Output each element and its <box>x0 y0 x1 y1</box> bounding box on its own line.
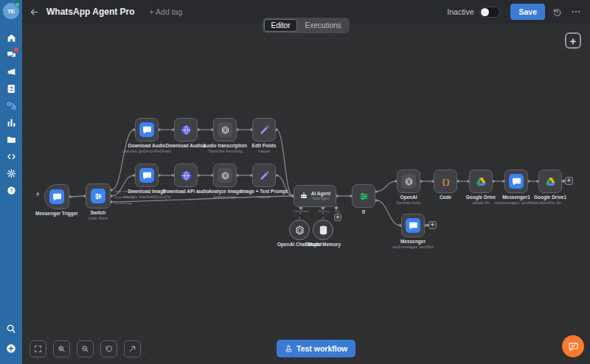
gdrive-icon <box>545 176 556 187</box>
zoom-out-button[interactable] <box>77 340 94 357</box>
sliders-icon <box>91 189 105 203</box>
node-label: Simple Memory <box>305 242 341 248</box>
node-trigger[interactable]: Messenger Trigger <box>44 184 69 209</box>
trigger-lightning-icon <box>35 191 41 197</box>
agent-port-label: Tool <box>334 209 339 213</box>
node-label: Messengersend-messages: sendText <box>392 239 434 250</box>
node-label: Download Audio1 <box>166 143 206 150</box>
robot-icon <box>299 192 308 200</box>
node-messenger[interactable]: Messengersend-messages: sendText <box>401 214 425 237</box>
add-tag-button[interactable]: + Add tag <box>150 7 183 16</box>
node-tool_plus[interactable]: + <box>334 214 341 221</box>
node-subtitle: Transcribe Recording <box>203 150 247 154</box>
node-switch[interactable]: Switchmode: Rulesaudio messageimage mess… <box>86 183 111 209</box>
sidebar-item-help[interactable]: ? <box>0 182 22 199</box>
node-label: Image + Text Promptmanual <box>240 189 288 200</box>
diag-arrow-icon <box>128 345 136 353</box>
test-workflow-button[interactable]: Test workflow <box>277 340 355 357</box>
sidebar-item-announcements[interactable] <box>0 63 22 80</box>
sidebar-item-add[interactable] <box>0 338 22 358</box>
globe-icon <box>181 170 192 181</box>
add-node-button[interactable]: + <box>565 32 581 49</box>
sidebar-item-contacts[interactable] <box>0 80 22 97</box>
node-subtitle: send-messages: sendMedia <box>494 201 538 206</box>
active-toggle[interactable] <box>479 7 500 18</box>
node-ai_agent[interactable]: AI AgentTools AgentChat Model*MemoryTool <box>294 185 336 207</box>
n8n-workflow-editor: TE ? WhatsApp Agent Pro + Add tag Inacti… <box>0 0 590 364</box>
chat2-icon <box>7 50 16 60</box>
node-label: Code <box>440 195 451 201</box>
more-options-button[interactable] <box>569 5 583 18</box>
node-label: Download Audiochat-files: getDeviceFileD… <box>122 143 171 154</box>
openai-icon <box>218 122 232 137</box>
node-analyze[interactable]: Analyze ImageAnalyze Image <box>213 164 237 187</box>
sidebar-item-settings[interactable] <box>0 165 22 182</box>
folder-icon <box>7 135 16 144</box>
zoom-in-icon <box>58 345 66 353</box>
tidy-up-button[interactable] <box>124 340 141 357</box>
node-if[interactable]: If <box>352 184 375 208</box>
sidebar-item-chat[interactable] <box>0 46 22 63</box>
node-label: OpenAIGenerate Audio <box>396 195 420 206</box>
node-label: Download API audio <box>163 189 209 195</box>
sidebar-item-insights[interactable] <box>0 114 22 131</box>
node-label: Messenger1send-messages: sendMedia <box>494 195 538 206</box>
node-transcribe[interactable]: Audio transcriptionTranscribe Recording <box>213 118 237 141</box>
sidebar-item-files[interactable] <box>0 131 22 148</box>
openai-icon <box>401 174 416 189</box>
chat-icon <box>406 218 420 233</box>
node-label: Messenger Trigger <box>35 211 78 217</box>
online-status-dot <box>15 2 20 7</box>
chat-support-button[interactable] <box>562 335 584 357</box>
back-button[interactable] <box>30 7 39 17</box>
node-dl_api_audio[interactable]: Download API audio <box>174 164 198 187</box>
tab-executions[interactable]: Executions <box>299 19 348 32</box>
node-dl_image[interactable]: Download Imagechat-files: downloadDevice… <box>135 164 159 187</box>
node-plus2[interactable]: + <box>428 221 437 229</box>
node-label: Edit Fieldsmanual <box>252 143 277 154</box>
sidebar-item-code[interactable] <box>0 148 22 165</box>
workflow-title: WhatsApp Agent Pro <box>46 7 135 17</box>
canvas-controls <box>30 340 141 357</box>
chat-bubble-icon <box>568 341 579 352</box>
chat-icon <box>139 122 154 137</box>
fit-view-button[interactable] <box>30 340 46 357</box>
braces-icon: {} <box>440 176 451 187</box>
node-gdrive[interactable]: Google Driveupload: file <box>469 169 493 193</box>
chart-icon <box>7 118 16 127</box>
node-edit_fields[interactable]: Edit Fieldsmanual <box>252 118 276 141</box>
agent-port-label: Memory <box>319 209 329 213</box>
node-dl_audio2[interactable]: Download Audio1 <box>174 118 198 141</box>
chat-icon <box>139 168 154 183</box>
contacts-icon <box>7 84 16 94</box>
node-label: Google Driveupload: file <box>466 195 496 206</box>
sidebar-item-workflows[interactable] <box>0 97 22 114</box>
undo-icon <box>105 345 113 353</box>
node-img_text[interactable]: Image + Text Promptmanual <box>252 164 276 187</box>
avatar[interactable]: TE <box>3 3 19 19</box>
flask-icon <box>285 345 293 353</box>
node-plus1[interactable]: + <box>565 177 573 185</box>
status-label: Inactive <box>447 7 473 16</box>
node-code[interactable]: {}Code <box>434 169 457 193</box>
notification-badge <box>14 47 18 52</box>
node-gdrive1[interactable]: Google Drive1deleteFile: file <box>538 169 562 193</box>
sidebar-item-home[interactable] <box>0 29 22 46</box>
reset-zoom-button[interactable] <box>100 340 117 357</box>
node-memory[interactable]: Simple Memory <box>313 220 333 240</box>
node-subtitle: chat-files: downloadDeviceFile <box>123 195 171 200</box>
output-port-label: text message <box>114 201 132 205</box>
history-button[interactable] <box>551 6 563 18</box>
sidebar-item-search[interactable] <box>0 318 22 338</box>
node-chat_model[interactable]: OpenAI Chat Model <box>289 220 310 240</box>
node-label: Switchmode: Rules <box>88 210 108 221</box>
node-dl_audio[interactable]: Download Audiochat-files: getDeviceFileD… <box>135 118 159 141</box>
node-messenger1[interactable]: Messenger1send-messages: sendMedia <box>504 169 528 193</box>
chat-icon <box>49 189 64 204</box>
avatar-initials: TE <box>7 8 15 15</box>
tabbar: Editor Executions <box>22 18 590 33</box>
workflow-icon <box>7 101 16 111</box>
node-openai[interactable]: OpenAIGenerate Audio <box>397 169 420 193</box>
zoom-in-button[interactable] <box>53 340 70 357</box>
tab-editor[interactable]: Editor <box>264 19 296 32</box>
